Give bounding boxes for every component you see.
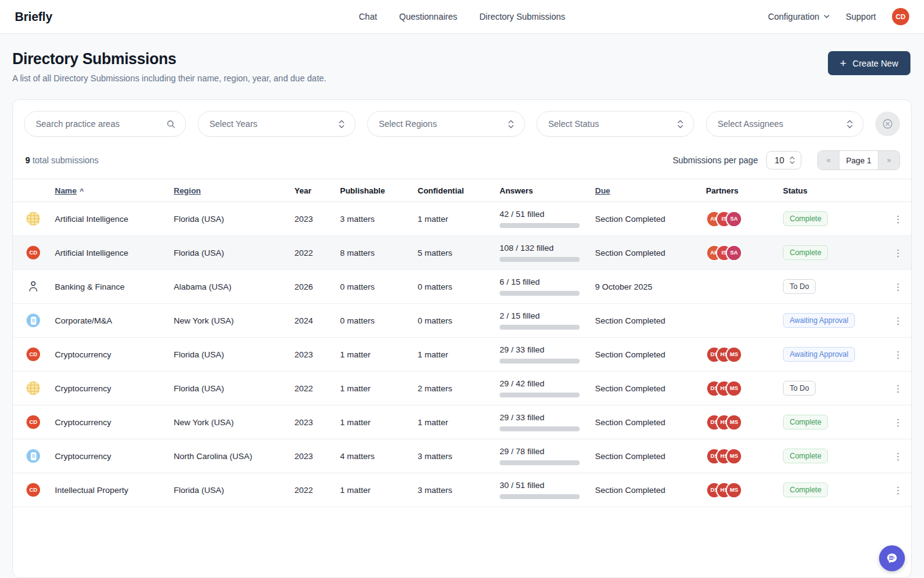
row-region: Florida (USA)	[174, 214, 294, 224]
row-year: 2022	[294, 486, 340, 495]
create-new-button[interactable]: + Create New	[828, 51, 910, 75]
row-actions-button[interactable]: ⋮	[884, 246, 912, 260]
row-actions-button[interactable]: ⋮	[884, 483, 912, 497]
progress-bar	[500, 393, 580, 397]
select-status[interactable]: Select Status	[537, 111, 694, 137]
clear-filters-button[interactable]	[875, 112, 900, 136]
status-badge: Complete	[783, 415, 828, 429]
search-icon	[166, 120, 176, 129]
status-cell: Complete	[783, 482, 884, 497]
row-actions-button[interactable]: ⋮	[884, 280, 912, 294]
select-stepper-icon	[338, 120, 345, 129]
header-name[interactable]: Name^	[55, 186, 174, 195]
submissions-card: Select Years Select Regions Select Statu…	[12, 99, 912, 578]
configuration-label: Configuration	[768, 12, 819, 22]
row-confidential: 5 matters	[418, 248, 500, 258]
row-year: 2023	[294, 350, 340, 359]
row-name: Corporate/M&A	[55, 316, 174, 325]
status-badge: To Do	[783, 381, 816, 396]
next-page-button[interactable]: »	[878, 151, 899, 169]
partner-avatar: SA	[727, 212, 741, 226]
row-due: Section Completed	[595, 350, 706, 359]
row-answers: 42 / 51 filled	[500, 210, 595, 228]
cd-avatar: CD	[26, 415, 40, 429]
nav-item-questionnaires[interactable]: Questionnaires	[399, 12, 457, 22]
row-due: Section Completed	[595, 418, 706, 427]
row-due: Section Completed	[595, 248, 706, 258]
select-stepper-icon	[789, 156, 795, 165]
row-actions-button[interactable]: ⋮	[884, 348, 912, 362]
answers-filled-text: 29 / 33 filled	[500, 345, 595, 354]
row-actions-button[interactable]: ⋮	[884, 314, 912, 328]
brand-logo[interactable]: Briefly	[15, 10, 52, 24]
row-confidential: 3 matters	[418, 452, 500, 461]
row-year: 2026	[294, 282, 340, 291]
header-confidential: Confidential	[418, 186, 500, 195]
row-region: North Carolina (USA)	[174, 452, 294, 461]
progress-bar	[500, 494, 580, 499]
search-input[interactable]	[36, 119, 153, 129]
chat-fab-button[interactable]	[879, 545, 905, 571]
row-region: New York (USA)	[174, 316, 294, 325]
row-name: Cryptocurrency	[55, 384, 174, 393]
header-due[interactable]: Due	[595, 186, 706, 195]
row-publishable: 4 matters	[340, 452, 418, 461]
org-avatar	[26, 314, 40, 327]
row-name: Cryptocurrency	[55, 452, 174, 461]
nav-item-chat[interactable]: Chat	[359, 12, 377, 22]
per-page-value: 10	[774, 155, 784, 165]
answers-filled-text: 29 / 78 filled	[500, 447, 595, 456]
progress-bar	[500, 460, 580, 465]
row-actions-button[interactable]: ⋮	[884, 381, 912, 396]
select-assignees[interactable]: Select Assignees	[706, 111, 864, 137]
row-answers: 6 / 15 filled	[500, 277, 595, 296]
row-answers: 29 / 78 filled	[500, 447, 595, 465]
select-regions-label: Select Regions	[379, 119, 437, 129]
table-row[interactable]: CD Artificial Intelligence Florida (USA)…	[13, 236, 911, 270]
table-row[interactable]: Corporate/M&A New York (USA) 2024 0 matt…	[13, 304, 911, 338]
table-row[interactable]: CD Cryptocurrency Florida (USA) 2023 1 m…	[13, 338, 911, 372]
partner-avatar: MS	[727, 483, 741, 497]
row-actions-button[interactable]: ⋮	[884, 212, 912, 226]
table-row[interactable]: CD Intellectual Property Florida (USA) 2…	[13, 473, 911, 507]
per-page-select[interactable]: 10	[766, 151, 801, 169]
cd-avatar: CD	[26, 348, 40, 361]
row-name: Artificial Intelligence	[55, 248, 174, 258]
row-due: Section Completed	[595, 214, 706, 224]
search-field[interactable]	[24, 111, 186, 137]
chat-bubble-icon	[885, 552, 899, 565]
plus-icon: +	[840, 58, 847, 69]
answers-filled-text: 29 / 33 filled	[500, 413, 595, 422]
status-badge: Complete	[783, 449, 828, 463]
table-row[interactable]: Cryptocurrency Florida (USA) 2022 1 matt…	[13, 372, 911, 405]
partner-avatar: MS	[727, 348, 741, 362]
row-name: Cryptocurrency	[55, 418, 174, 427]
row-publishable: 3 matters	[340, 214, 418, 224]
top-nav: Briefly Chat Questionnaires Directory Su…	[0, 0, 924, 34]
row-name: Cryptocurrency	[55, 350, 174, 359]
header-region[interactable]: Region	[174, 186, 294, 195]
table-row[interactable]: Artificial Intelligence Florida (USA) 20…	[13, 202, 911, 236]
row-actions-button[interactable]: ⋮	[884, 449, 912, 463]
answers-filled-text: 30 / 51 filled	[500, 481, 595, 490]
header-partners: Partners	[706, 186, 783, 195]
pattern-avatar	[26, 381, 40, 395]
nav-item-directory-submissions[interactable]: Directory Submissions	[479, 12, 565, 22]
select-years[interactable]: Select Years	[198, 111, 355, 137]
row-confidential: 0 matters	[418, 316, 500, 325]
table-row[interactable]: Banking & Finance Alabama (USA) 2026 0 m…	[13, 270, 911, 304]
select-status-label: Select Status	[548, 119, 599, 129]
table-row[interactable]: Cryptocurrency North Carolina (USA) 2023…	[13, 439, 911, 473]
prev-page-button[interactable]: «	[818, 151, 839, 169]
select-stepper-icon	[508, 120, 514, 129]
org-avatar	[26, 449, 40, 463]
user-avatar[interactable]: CD	[892, 8, 909, 25]
progress-bar	[500, 359, 580, 364]
select-regions[interactable]: Select Regions	[367, 111, 525, 137]
configuration-menu[interactable]: Configuration	[768, 12, 830, 22]
nav-item-support[interactable]: Support	[846, 12, 876, 22]
row-year: 2022	[294, 248, 340, 258]
row-actions-button[interactable]: ⋮	[884, 415, 912, 429]
table-row[interactable]: CD Cryptocurrency New York (USA) 2023 1 …	[13, 405, 911, 439]
row-due: 9 October 2025	[595, 282, 706, 291]
